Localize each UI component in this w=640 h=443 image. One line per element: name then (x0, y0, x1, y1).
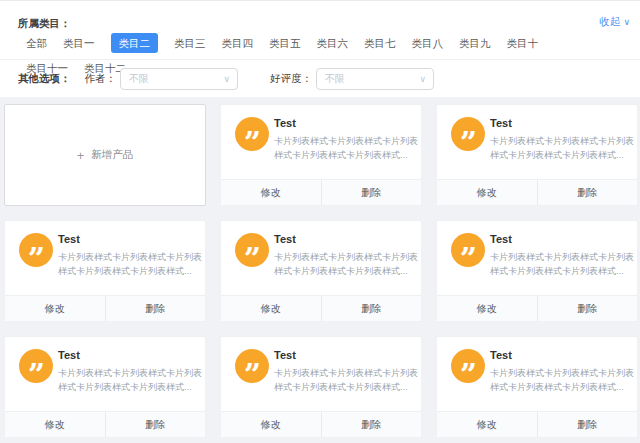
edit-button[interactable]: 修改 (5, 412, 105, 437)
card-actions: 修改 删除 (5, 411, 205, 437)
card-description: 卡片列表样式卡片列表样式卡片列表样式卡片列表样式卡片列表样式... (490, 250, 636, 278)
category-tab[interactable]: 类目八 (412, 33, 444, 53)
category-tab[interactable]: 类目九 (459, 33, 491, 53)
category-filter-label: 所属类目： (18, 13, 71, 33)
card-actions: 修改 删除 (437, 411, 637, 437)
edit-button[interactable]: 修改 (437, 412, 537, 437)
rating-select-value: 不限 (325, 72, 345, 86)
quote-icon: ” (451, 349, 485, 383)
card-description: 卡片列表样式卡片列表样式卡片列表样式卡片列表样式卡片列表样式... (58, 366, 204, 394)
delete-button[interactable]: 删除 (321, 296, 422, 321)
card-actions: 修改 删除 (437, 179, 637, 205)
edit-button[interactable]: 修改 (5, 296, 105, 321)
product-card: ” Test 卡片列表样式卡片列表样式卡片列表样式卡片列表样式卡片列表样式...… (4, 336, 206, 438)
category-tab[interactable]: 类目十一 (26, 58, 68, 78)
category-tab[interactable]: 类目四 (222, 33, 254, 53)
quote-icon: ” (451, 117, 485, 151)
delete-button[interactable]: 删除 (537, 296, 638, 321)
category-tab[interactable]: 类目七 (364, 33, 396, 53)
card-title: Test (274, 117, 296, 129)
card-description: 卡片列表样式卡片列表样式卡片列表样式卡片列表样式卡片列表样式... (58, 250, 204, 278)
card-title: Test (490, 349, 512, 361)
chevron-down-icon: ∨ (623, 17, 630, 27)
card-actions: 修改 删除 (221, 295, 421, 321)
card-description: 卡片列表样式卡片列表样式卡片列表样式卡片列表样式卡片列表样式... (490, 366, 636, 394)
card-description: 卡片列表样式卡片列表样式卡片列表样式卡片列表样式卡片列表样式... (490, 134, 636, 162)
delete-button[interactable]: 删除 (537, 412, 638, 437)
card-title: Test (274, 233, 296, 245)
card-title: Test (58, 349, 80, 361)
quote-icon: ” (451, 233, 485, 267)
card-title: Test (490, 233, 512, 245)
product-card: ” Test 卡片列表样式卡片列表样式卡片列表样式卡片列表样式卡片列表样式...… (436, 336, 638, 438)
collapse-toggle[interactable]: 收起∨ (599, 15, 630, 29)
category-tab[interactable]: 类目五 (269, 33, 301, 53)
card-description: 卡片列表样式卡片列表样式卡片列表样式卡片列表样式卡片列表样式... (274, 134, 420, 162)
edit-button[interactable]: 修改 (221, 412, 321, 437)
delete-button[interactable]: 删除 (321, 180, 422, 205)
plus-icon: + (77, 148, 85, 163)
card-actions: 修改 删除 (5, 295, 205, 321)
delete-button[interactable]: 删除 (105, 296, 206, 321)
card-title: Test (490, 117, 512, 129)
quote-icon: ” (235, 117, 269, 151)
category-tab[interactable]: 类目三 (174, 33, 206, 53)
delete-button[interactable]: 删除 (321, 412, 422, 437)
edit-button[interactable]: 修改 (437, 296, 537, 321)
quote-icon: ” (235, 233, 269, 267)
card-actions: 修改 删除 (221, 411, 421, 437)
card-description: 卡片列表样式卡片列表样式卡片列表样式卡片列表样式卡片列表样式... (274, 250, 420, 278)
product-card: ” Test 卡片列表样式卡片列表样式卡片列表样式卡片列表样式卡片列表样式...… (220, 220, 422, 322)
card-title: Test (274, 349, 296, 361)
quote-icon: ” (19, 349, 53, 383)
edit-button[interactable]: 修改 (437, 180, 537, 205)
card-description: 卡片列表样式卡片列表样式卡片列表样式卡片列表样式卡片列表样式... (274, 366, 420, 394)
quote-icon: ” (235, 349, 269, 383)
rating-select[interactable]: 不限 ∨ (316, 68, 434, 90)
category-tab[interactable]: 类目六 (317, 33, 349, 53)
quote-icon: ” (19, 233, 53, 267)
edit-button[interactable]: 修改 (221, 296, 321, 321)
delete-button[interactable]: 删除 (537, 180, 638, 205)
category-tab-list: 全部类目一类目二类目三类目四类目五类目六类目七类目八类目九类目十类目十一类目十二 (26, 33, 548, 78)
add-product-card[interactable]: + 新增产品 (4, 104, 206, 206)
card-title: Test (58, 233, 80, 245)
filter-panel: 所属类目：全部类目一类目二类目三类目四类目五类目六类目七类目八类目九类目十类目十… (0, 0, 640, 97)
card-actions: 修改 删除 (221, 179, 421, 205)
product-card: ” Test 卡片列表样式卡片列表样式卡片列表样式卡片列表样式卡片列表样式...… (220, 336, 422, 438)
product-card: ” Test 卡片列表样式卡片列表样式卡片列表样式卡片列表样式卡片列表样式...… (220, 104, 422, 206)
delete-button[interactable]: 删除 (105, 412, 206, 437)
card-grid: + 新增产品 ” Test 卡片列表样式卡片列表样式卡片列表样式卡片列表样式卡片… (4, 104, 640, 438)
category-tab[interactable]: 类目一 (63, 33, 95, 53)
product-card: ” Test 卡片列表样式卡片列表样式卡片列表样式卡片列表样式卡片列表样式...… (436, 104, 638, 206)
chevron-down-icon: ∨ (223, 73, 230, 83)
chevron-down-icon: ∨ (419, 73, 426, 83)
product-card: ” Test 卡片列表样式卡片列表样式卡片列表样式卡片列表样式卡片列表样式...… (4, 220, 206, 322)
category-tab-selected[interactable]: 类目二 (111, 33, 159, 53)
author-select[interactable]: 不限 ∨ (120, 68, 238, 90)
product-card: ” Test 卡片列表样式卡片列表样式卡片列表样式卡片列表样式卡片列表样式...… (436, 220, 638, 322)
add-product-label: 新增产品 (91, 148, 133, 162)
edit-button[interactable]: 修改 (221, 180, 321, 205)
category-tab[interactable]: 类目十 (507, 33, 539, 53)
category-filter-row: 所属类目：全部类目一类目二类目三类目四类目五类目六类目七类目八类目九类目十类目十… (0, 1, 640, 60)
author-select-value: 不限 (129, 72, 149, 86)
card-actions: 修改 删除 (437, 295, 637, 321)
category-tab[interactable]: 全部 (26, 33, 47, 53)
collapse-label: 收起 (599, 15, 620, 27)
